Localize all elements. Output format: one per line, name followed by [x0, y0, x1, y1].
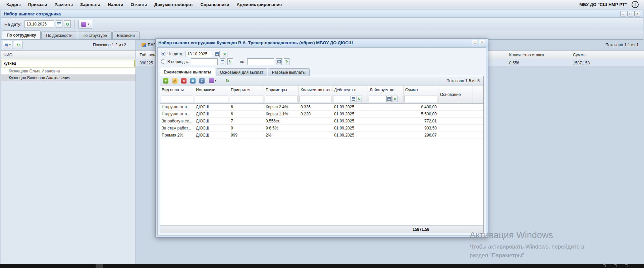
refresh-button[interactable]: ↻: [14, 41, 22, 49]
cell-params: 2%: [264, 132, 299, 139]
sum-button[interactable]: Σ: [198, 77, 206, 85]
period-from-input[interactable]: [191, 58, 218, 65]
copy-button[interactable]: ▦: [189, 77, 197, 85]
today-button[interactable]: ↻: [64, 20, 71, 28]
dialog-title: Набор выплат сотрудника Кузнецов В.А. Тр…: [158, 40, 353, 45]
add-button[interactable]: +: [162, 77, 170, 85]
filter-sum[interactable]: [404, 96, 437, 102]
menu-item-otchety[interactable]: Отчеты: [127, 1, 151, 8]
chevron-down-icon: ▾: [88, 23, 90, 26]
employees-panel: ▤ ▾ ↻ Показано 1-2 из 2 ФИО Кузнецова Ол…: [1, 40, 136, 264]
column-header-priority[interactable]: Приоритет: [229, 86, 264, 94]
period-radio[interactable]: [161, 59, 165, 64]
tab-payment-grounds[interactable]: Основания для выплат: [216, 68, 267, 76]
today-button[interactable]: ↻: [222, 51, 227, 57]
menu-item-zarplata[interactable]: Зарплата: [76, 1, 104, 8]
payment-row[interactable]: Нагрузка от н... ДЮСШ 6 Корэш 1.1% 0.220…: [160, 111, 483, 118]
close-button[interactable]: ×: [634, 11, 640, 16]
close-icon: ×: [481, 41, 483, 44]
tab-by-employee[interactable]: По сотруднику: [2, 31, 41, 39]
close-icon: ×: [636, 12, 638, 16]
cell-valid-to: [368, 132, 404, 139]
calendar-button[interactable]: [386, 96, 392, 102]
filter-valid-to[interactable]: [369, 96, 386, 102]
payment-row[interactable]: Нагрузка от н... ДЮСШ 6 Корэш 2.4% 0.336…: [160, 104, 483, 111]
column-header-payment-type[interactable]: Вид оплаты: [160, 86, 194, 94]
on-date-input[interactable]: [185, 51, 212, 57]
chevron-down-icon: ▾: [9, 44, 11, 47]
calendar-button[interactable]: [56, 20, 62, 28]
more-actions-button[interactable]: ▾: [207, 77, 218, 85]
column-header-source[interactable]: Источники: [194, 86, 229, 94]
taskbar-item: [96, 264, 103, 268]
filter-priority[interactable]: [230, 96, 263, 102]
refresh-button[interactable]: ↻: [223, 77, 231, 85]
date-input[interactable]: [24, 20, 54, 28]
filter-payment-type[interactable]: [161, 96, 193, 102]
employee-payments-dialog: Набор выплат сотрудника Кузнецов В.А. Тр…: [155, 38, 488, 237]
restore-button[interactable]: □: [472, 40, 478, 45]
date-toolbar: На дату: ↻ ▾: [1, 18, 643, 31]
tab-by-position[interactable]: По должности: [41, 32, 77, 39]
filter-source[interactable]: [195, 96, 228, 102]
today-button[interactable]: ↻: [284, 58, 289, 65]
menu-item-nalogi[interactable]: Налоги: [104, 1, 127, 8]
edit-button[interactable]: [171, 77, 179, 85]
actions-button[interactable]: ▾: [78, 20, 92, 29]
today-button[interactable]: ↻: [357, 96, 362, 102]
column-header-ground[interactable]: Основание: [438, 86, 473, 103]
info-icon[interactable]: !: [632, 1, 639, 8]
calendar-button[interactable]: [276, 58, 282, 65]
dialog-titlebar[interactable]: Набор выплат сотрудника Кузнецов В.А. Тр…: [156, 39, 488, 47]
maximize-icon: □: [629, 12, 631, 16]
today-button[interactable]: ↻: [392, 96, 397, 102]
menu-item-administrirovanie[interactable]: Администрирование: [233, 1, 285, 8]
employee-row[interactable]: Кузнецова Ольга Ивановна: [1, 68, 136, 74]
payments-toolbar: + × ▦ Σ ▾ ↻ Показано 1-5 из 5: [160, 76, 483, 86]
tab-vacancies[interactable]: Вакансии: [112, 32, 140, 39]
refresh-icon: ↻: [393, 97, 396, 101]
column-header-rates[interactable]: Количество ставок: [509, 51, 544, 59]
today-button[interactable]: ↻: [227, 58, 233, 65]
maximize-button[interactable]: □: [627, 11, 633, 16]
minimize-button[interactable]: –: [620, 11, 626, 16]
delete-button[interactable]: ×: [180, 77, 188, 85]
cell-source: ДЮСШ: [194, 132, 229, 139]
menu-item-kadry[interactable]: Кадры: [3, 1, 24, 8]
grid-empty-area: [160, 139, 483, 225]
employee-row-selected[interactable]: Кузнецов Вячеслав Анатольевич: [1, 74, 136, 81]
cell-sum: 903,50: [404, 125, 438, 131]
export-button[interactable]: ▤ ▾: [3, 41, 12, 49]
payment-row[interactable]: Премия 2% ДЮСШ 999 2% 01.09.2025 296,07: [160, 132, 483, 139]
column-header-sum[interactable]: Сумма: [573, 51, 586, 59]
on-date-radio[interactable]: [161, 52, 165, 56]
filter-valid-from[interactable]: [333, 96, 351, 102]
period-to-input[interactable]: [247, 58, 274, 65]
column-header-params[interactable]: Параметры: [264, 86, 299, 94]
column-header-sum[interactable]: Сумма: [404, 86, 438, 94]
records-count: Показано 1-2 из 2: [93, 43, 133, 47]
calendar-button[interactable]: [214, 51, 220, 57]
menu-item-spravochniki[interactable]: Справочники: [197, 1, 233, 8]
cell-source: ДЮСШ: [194, 111, 229, 117]
column-header-valid-from[interactable]: Действует с: [332, 86, 368, 94]
tab-by-structure[interactable]: По структуре: [78, 32, 112, 39]
fio-filter-input[interactable]: [2, 60, 135, 67]
menu-item-prikazy[interactable]: Приказы: [24, 1, 51, 8]
menu-item-dokumentooborot[interactable]: Документооборот: [151, 1, 197, 8]
payment-row[interactable]: За работу в се... ДЮСШ 7 0.556ст. 01.09.…: [160, 118, 483, 125]
payment-row[interactable]: За стаж работ... ДЮСШ 9 9 6.5% 01.09.202…: [160, 125, 483, 132]
calendar-button[interactable]: [220, 58, 225, 65]
close-button[interactable]: ×: [479, 40, 485, 45]
cell-sum: 5 500,00: [404, 111, 438, 117]
filter-rates[interactable]: [300, 96, 331, 102]
filter-params[interactable]: [265, 96, 298, 102]
tab-onetime-payments[interactable]: Разовые выплаты: [268, 68, 310, 76]
menu-item-raschety[interactable]: Расчеты: [51, 1, 76, 8]
cell-priority: 7: [229, 118, 264, 124]
calendar-button[interactable]: [351, 96, 356, 102]
tab-monthly-payments[interactable]: Ежемесячные выплаты: [160, 68, 215, 76]
column-header-fio[interactable]: ФИО: [1, 50, 136, 59]
column-header-valid-to[interactable]: Действует до: [368, 86, 403, 94]
column-header-rates[interactable]: Количество став...: [299, 86, 332, 94]
